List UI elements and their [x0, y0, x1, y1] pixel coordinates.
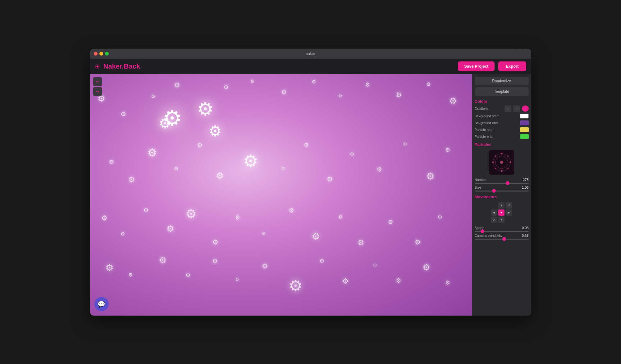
gear-particle: ⚙ [373, 262, 377, 268]
number-label: Number [475, 178, 487, 182]
minimize-button[interactable] [99, 52, 103, 56]
gear-particle: ⚙ [212, 238, 218, 246]
gear-particle: ⚙ [312, 231, 320, 242]
gear-particle: ⚙ [147, 146, 157, 159]
gear-particle: ⚙ [365, 81, 370, 88]
speed-slider-row: Speed 0,03 [475, 226, 529, 232]
bg-start-row: Bakground start [475, 114, 529, 119]
app-body: ⊞ Naker.Back Save Project Export ⚙ ⚙ ⚙ ⚙ [90, 59, 531, 316]
gear-particle: ⚙ [128, 175, 135, 184]
gear-particle: ⚙ [216, 171, 224, 181]
save-project-button[interactable]: Save Project [458, 61, 495, 71]
export-button[interactable]: Export [498, 61, 526, 71]
title-bar: naker [90, 49, 531, 59]
gear-particle: ⚙ [235, 214, 240, 221]
particle-end-row: Particle end [475, 134, 529, 139]
gear-particle: ⚙ [289, 277, 303, 295]
gear-particle: ⚙ [151, 93, 155, 99]
particle-start-swatch[interactable] [520, 127, 529, 132]
gradient-down-btn[interactable]: ↓ [505, 106, 511, 112]
gear-particle: ⚙ [396, 277, 401, 284]
mov-left-btn[interactable]: ◀ [491, 209, 497, 216]
bg-start-swatch[interactable] [520, 114, 529, 119]
logo: Naker.Back [103, 62, 140, 70]
gear-particle: ⚙ [449, 96, 457, 106]
chat-button[interactable]: 💬 [94, 297, 109, 311]
gear-particle: ⚙ [208, 122, 222, 140]
logo-naker: Naker. [103, 62, 124, 70]
number-value: 275 [523, 178, 528, 182]
gear-particle: ⚙ [422, 262, 430, 272]
camera-label: Camera sensitivity [475, 234, 503, 237]
gear-particle: ⚙ [185, 207, 197, 221]
particles-overlay: ⚙ ⚙ ⚙ ⚙ ⚙ ⚙ ⚙ ⚙ ⚙ ⚙ ⚙ ⚙ ⚙ ⚙ ⚙ [90, 74, 472, 316]
speed-slider[interactable] [475, 231, 529, 232]
gear-particle: ⚙ [159, 115, 171, 132]
mov-down-btn[interactable]: ▼ [498, 217, 505, 223]
particle-start-label: Particle start [475, 128, 494, 132]
colors-section-title: Colors [475, 99, 529, 104]
bg-end-label: Bakground end [475, 121, 498, 125]
camera-slider[interactable] [475, 239, 529, 240]
gradient-label: Gradient [475, 107, 503, 110]
svg-point-4 [501, 170, 503, 172]
bg-start-label: Bakground start [475, 114, 499, 118]
gear-particle: ⚙ [185, 272, 190, 279]
gradient-circle-btn[interactable] [522, 106, 529, 112]
randomize-button[interactable]: Randomize [475, 77, 529, 85]
particles-section-title: Particles [475, 142, 529, 147]
template-button[interactable]: Template [475, 87, 529, 96]
gear-particle: ⚙ [250, 79, 254, 84]
gear-particle: ⚙ [281, 88, 287, 96]
mov-topright-btn[interactable]: ↗ [506, 202, 512, 209]
gear-particle: ⚙ [415, 238, 421, 246]
speed-value: 0,03 [522, 226, 528, 230]
gear-particle: ⚙ [319, 258, 324, 264]
size-slider-row: Size 1,06 [475, 186, 529, 191]
mov-empty-tl [491, 202, 497, 209]
bg-end-row: Bakground end [475, 120, 529, 125]
gear-particle: ⚙ [342, 277, 349, 285]
bg-end-swatch[interactable] [520, 120, 529, 125]
gear-particle: ⚙ [445, 279, 450, 286]
redo-button[interactable]: ↪ [93, 87, 102, 96]
gear-particle: ⚙ [101, 214, 107, 222]
gradient-row: Gradient ↓ → [475, 106, 529, 112]
gear-particle: ⚙ [377, 166, 382, 173]
gear-particle: ⚙ [174, 166, 178, 172]
gear-particle: ⚙ [289, 207, 294, 214]
number-slider[interactable] [475, 183, 529, 184]
gear-particle: ⚙ [262, 262, 268, 270]
close-button[interactable] [94, 52, 98, 56]
particle-start-row: Particle start [475, 127, 529, 132]
svg-point-8 [507, 168, 509, 169]
particle-end-swatch[interactable] [520, 134, 529, 139]
gear-particle: ⚙ [235, 277, 239, 282]
gradient-right-btn[interactable]: → [513, 106, 520, 112]
gear-particle: ⚙ [327, 175, 333, 183]
app-window: naker ⊞ Naker.Back Save Project Export ⚙… [90, 49, 531, 316]
menu-icon[interactable]: ⊞ [95, 63, 100, 70]
mov-right-btn[interactable]: ▶ [506, 209, 512, 216]
svg-point-3 [501, 153, 503, 155]
gear-particle: ⚙ [338, 93, 342, 98]
gear-particle: ⚙ [426, 81, 431, 87]
canvas-area: ⚙ ⚙ ⚙ ⚙ ⚙ ⚙ ⚙ ⚙ ⚙ ⚙ ⚙ ⚙ ⚙ ⚙ ⚙ [90, 74, 472, 316]
gear-particle: ⚙ [109, 159, 114, 165]
camera-slider-row: Camera sensitivity 0,68 [475, 234, 529, 240]
mov-center-btn[interactable]: ● [498, 209, 505, 216]
mov-up-btn[interactable]: ▲ [498, 202, 505, 209]
svg-point-6 [509, 161, 511, 163]
maximize-button[interactable] [105, 52, 109, 56]
gear-particle: ⚙ [144, 207, 148, 213]
size-slider[interactable] [475, 191, 529, 191]
gear-particle: ⚙ [312, 79, 316, 85]
gear-particle: ⚙ [105, 262, 114, 273]
speed-label: Speed [475, 226, 485, 230]
undo-button[interactable]: ↩ [93, 77, 102, 86]
gear-particle: ⚙ [174, 81, 180, 89]
particle-preview [489, 150, 514, 175]
mov-bottomleft-btn[interactable]: ↙ [491, 217, 497, 223]
gear-particle: ⚙ [128, 272, 133, 278]
svg-point-5 [492, 161, 494, 163]
